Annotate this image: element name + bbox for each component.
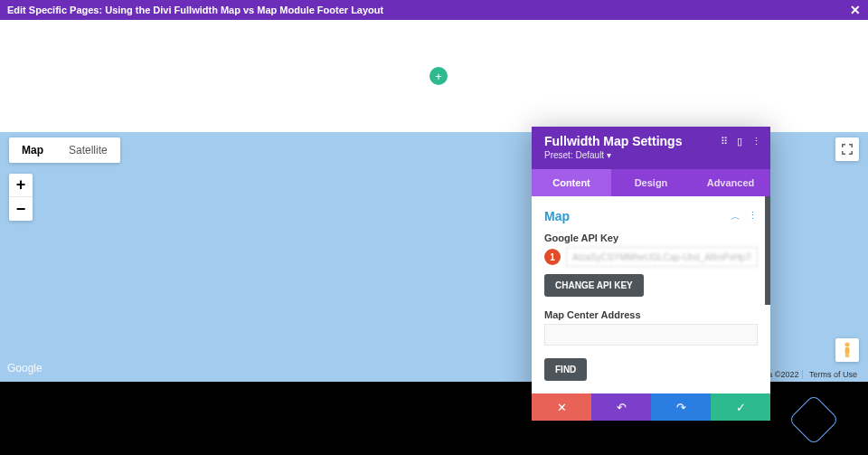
- svg-rect-1: [845, 347, 850, 354]
- api-key-label: Google API Key: [544, 232, 758, 243]
- close-icon[interactable]: ✕: [850, 3, 861, 17]
- google-logo: Google: [7, 362, 42, 374]
- settings-tabs: Content Design Advanced: [532, 169, 770, 196]
- section-header[interactable]: Map ︿ ⋮: [544, 209, 758, 223]
- section-menu-icon[interactable]: ⋮: [748, 210, 758, 223]
- save-button[interactable]: ✓: [711, 393, 770, 421]
- cancel-button[interactable]: ✕: [532, 393, 591, 421]
- collapse-icon[interactable]: ︿: [731, 210, 741, 223]
- svg-rect-2: [845, 354, 847, 357]
- tab-advanced[interactable]: Advanced: [691, 169, 770, 196]
- panel-header: Fullwidth Map Settings Preset: Default ▾…: [532, 127, 770, 169]
- panel-footer: ✕ ↶ ↷ ✓: [532, 393, 770, 421]
- step-badge: 1: [544, 249, 561, 265]
- map-type-satellite[interactable]: Satellite: [56, 137, 120, 163]
- fullscreen-button[interactable]: [835, 137, 859, 161]
- panel-body: Map ︿ ⋮ Google API Key 1 CHANGE API KEY …: [532, 196, 770, 393]
- responsive-icon[interactable]: ▯: [737, 136, 742, 147]
- zoom-out-button[interactable]: −: [9, 197, 33, 221]
- zoom-control: + −: [9, 174, 33, 221]
- map-type-map[interactable]: Map: [9, 137, 56, 163]
- zoom-in-button[interactable]: +: [9, 174, 33, 197]
- find-button[interactable]: FIND: [544, 358, 587, 381]
- add-section-button[interactable]: +: [429, 67, 448, 85]
- address-label: Map Center Address: [544, 309, 758, 320]
- preset-selector[interactable]: Preset: Default ▾: [544, 150, 758, 160]
- page-header: Edit Specific Pages: Using the Divi Full…: [0, 0, 868, 20]
- tab-content[interactable]: Content: [532, 169, 611, 196]
- svg-rect-3: [847, 354, 849, 357]
- drag-icon[interactable]: ⠿: [721, 136, 728, 147]
- pegman-icon[interactable]: [835, 338, 859, 362]
- map-center-address-input[interactable]: [544, 324, 758, 346]
- diamond-icon: [788, 394, 840, 446]
- svg-point-0: [845, 343, 850, 347]
- api-key-input[interactable]: [566, 247, 758, 267]
- section-title: Map: [544, 209, 570, 223]
- scrollbar[interactable]: [765, 196, 770, 305]
- menu-icon[interactable]: ⋮: [751, 136, 761, 147]
- redo-button[interactable]: ↷: [651, 393, 711, 421]
- map-type-switch: Map Satellite: [9, 137, 120, 163]
- undo-button[interactable]: ↶: [591, 393, 651, 421]
- page-title: Edit Specific Pages: Using the Divi Full…: [7, 5, 383, 15]
- tab-design[interactable]: Design: [611, 169, 691, 196]
- change-api-key-button[interactable]: CHANGE API KEY: [544, 274, 644, 297]
- module-settings-panel: Fullwidth Map Settings Preset: Default ▾…: [532, 127, 770, 421]
